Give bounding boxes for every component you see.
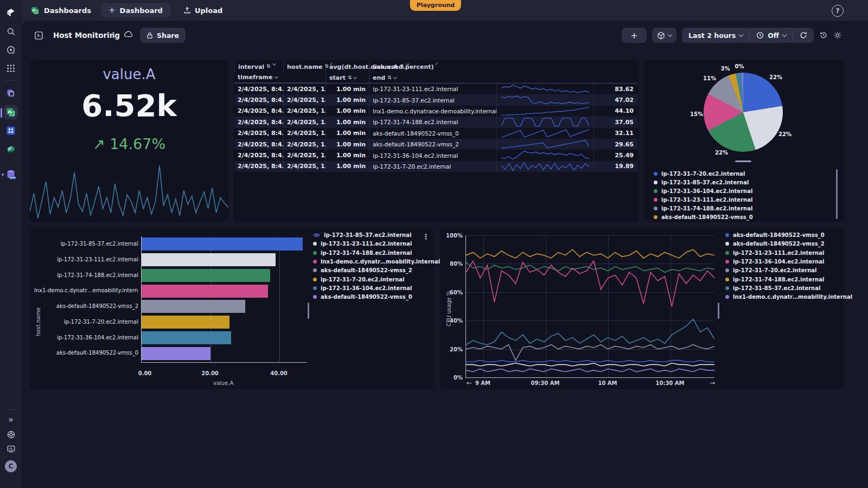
column-header-start[interactable]: start⇅ — [326, 72, 369, 83]
pan-left-arrow[interactable]: ← — [467, 379, 472, 387]
dynatrace-logo-icon[interactable] — [0, 4, 22, 21]
refresh-button[interactable] — [793, 28, 814, 43]
legend-item[interactable]: ip-172-31-36-104.ec2.internal — [313, 285, 412, 291]
environment-selector-button[interactable] — [652, 28, 676, 43]
column-header-end[interactable]: end⇅ — [369, 72, 496, 83]
bar[interactable] — [142, 269, 270, 282]
chart-scrollbar[interactable] — [718, 303, 719, 319]
x-tick: 9 AM — [475, 380, 490, 386]
bar[interactable] — [142, 331, 231, 344]
timeframe-selector[interactable]: Last 2 hours — [682, 28, 749, 43]
chevron-down-icon — [274, 75, 278, 79]
legend-item[interactable]: ip-172-31-7-20.ec2.internal — [313, 277, 404, 282]
tab-dashboard[interactable]: + Dashboard — [101, 3, 170, 17]
table-row[interactable]: 2/4/2025, 8:4…2/4/2025, 1…1.00 minaks-de… — [234, 128, 638, 139]
legend-item[interactable]: ip-172-31-85-37.ec2.internal — [725, 285, 820, 291]
table-row[interactable]: 2/4/2025, 8:4…2/4/2025, 1…1.00 minlnx1-d… — [234, 106, 638, 117]
column-header-interval[interactable]: interval⇅ — [234, 61, 283, 72]
column-header-timeframe[interactable]: timeframe — [234, 72, 326, 83]
dashboards-app-switcher[interactable]: Dashboards — [30, 6, 91, 15]
x-tick: 10 AM — [598, 380, 617, 386]
legend-item[interactable]: ip-172-31-74-188.ec2.internal — [313, 250, 412, 256]
table-row[interactable]: 2/4/2025, 8:4…2/4/2025, 1…1.00 minip-172… — [234, 117, 638, 127]
tile-menu-kebab-icon[interactable]: ⋮ — [422, 232, 430, 241]
bar[interactable] — [142, 316, 229, 329]
user-avatar[interactable]: C — [0, 458, 22, 474]
legend-item[interactable]: aks-default-18490522-vmss_2 — [313, 267, 412, 273]
legend-item[interactable]: ip-172-31-23-111.ec2.internal — [725, 250, 824, 256]
sidebar-item-storage-beta[interactable]: BETA — [0, 166, 22, 183]
sidebar-item-dashboards-active[interactable] — [0, 104, 22, 120]
app-grid-icon[interactable] — [0, 60, 22, 76]
single-value-tile[interactable]: value.A 6.52k ↗ 14.67% — [30, 60, 228, 222]
cpu-line-tile[interactable]: CPU usage % 100% 80% 60% 40% 20% 0% 9 AM… — [441, 228, 844, 389]
legend-item[interactable]: aks-default-18490522-vmss_2 — [725, 241, 825, 247]
bar-category-label: ip-172-31-74-188.ec2.internal — [34, 268, 138, 284]
legend-item[interactable]: ip-172-31-74-188.ec2.internal — [725, 277, 824, 282]
cloud-sync-icon[interactable] — [124, 30, 133, 38]
legend-item[interactable]: ip-172-31-36-104.ec2.internal — [654, 188, 752, 194]
table-row[interactable]: 2/4/2025, 8:4…2/4/2025, 1…1.00 minip-172… — [234, 150, 638, 160]
legend-item[interactable]: ip-172-31-23-111.ec2.internal — [313, 241, 412, 247]
bar[interactable] — [142, 237, 303, 251]
svg-text:BETA: BETA — [10, 177, 16, 179]
dashboard-menu-kebab-icon[interactable]: ⋮ — [110, 30, 117, 39]
host-pie-tile[interactable]: 22% 22% 22% 15% 11% 3% 0% ip-172-31-7-20… — [644, 60, 844, 222]
legend-item[interactable]: ip-172-31-7-20.ec2.internal — [654, 171, 745, 177]
dashboard-tile-icon[interactable] — [31, 28, 46, 42]
legend-dot — [725, 251, 729, 255]
sidebar-item-clouds[interactable] — [0, 85, 22, 101]
settings-gear-icon[interactable] — [833, 31, 842, 40]
bar[interactable] — [142, 300, 245, 313]
table-row[interactable]: 2/4/2025, 8:4…2/4/2025, 1…1.00 minaks-de… — [234, 139, 638, 150]
share-button[interactable]: Share — [140, 28, 186, 43]
legend-dot — [725, 233, 729, 237]
add-tile-button[interactable]: + — [622, 28, 647, 43]
value-bar-tile[interactable]: host.name ip-172-31-85-37.ec2.internal i… — [30, 228, 434, 389]
legend-item[interactable]: ip-172-31-23-111.ec2.internal — [654, 197, 752, 203]
auto-refresh-selector[interactable]: Off — [750, 28, 793, 43]
legend-item[interactable]: aks-default-18490522-vmss_0 — [313, 294, 412, 300]
playground-badge[interactable]: Playground — [410, 0, 461, 11]
help-lifebuoy-icon[interactable] — [0, 426, 22, 442]
legend-item[interactable]: ip-172-31-85-37.ec2.internal — [654, 179, 749, 185]
history-icon[interactable] — [819, 31, 828, 40]
column-header-host[interactable]: host.name⇅ — [283, 61, 326, 72]
legend-item[interactable]: lnx1-demo.c.dynatr…moability.internal — [313, 259, 440, 265]
table-row[interactable]: 2/4/2025, 8:4…2/4/2025, 1…1.00 minip-172… — [234, 161, 638, 172]
legend-item[interactable]: ip-172-31-85-37.ec2.internal — [313, 232, 411, 238]
pie-scroll-indicator[interactable] — [735, 160, 751, 162]
legend-item[interactable]: lnx1-demo.c.dynatr…moability.internal — [725, 294, 852, 300]
table-row[interactable]: 2/4/2025, 8:4…2/4/2025, 1…1.00 minip-172… — [234, 94, 638, 105]
visibility-eye-icon — [313, 233, 320, 237]
search-icon[interactable] — [0, 23, 22, 40]
host-table-tile[interactable]: timeframe interval⇅ host.name⇅ avg(dt.ho… — [233, 60, 639, 222]
table-header: timeframe interval⇅ host.name⇅ avg(dt.ho… — [234, 61, 638, 84]
bar[interactable] — [142, 285, 268, 298]
legend-item[interactable]: aks-default-18490522-vmss_0 — [654, 214, 753, 220]
sidebar-item-extensions[interactable] — [0, 123, 22, 139]
legend-item[interactable]: ip-172-31-7-20.ec2.internal — [725, 267, 816, 273]
gridline — [279, 236, 280, 362]
column-header-value[interactable]: value.A⇅ — [369, 61, 496, 72]
sidebar-divider — [4, 80, 17, 81]
legend-scrollbar[interactable] — [836, 169, 838, 219]
bar[interactable] — [142, 347, 210, 360]
whats-new-chart-icon[interactable] — [0, 441, 22, 457]
pie-chart[interactable] — [704, 73, 783, 152]
table-row[interactable]: 2/4/2025, 8:4…2/4/2025, 1…1.00 minip-172… — [234, 84, 638, 94]
sidebar-expand-icon[interactable]: » — [0, 411, 22, 427]
chart-scrollbar[interactable] — [308, 303, 309, 319]
davis-assistant-icon[interactable] — [0, 42, 22, 58]
upload-button[interactable]: Upload — [183, 7, 222, 15]
legend-item[interactable]: aks-default-18490522-vmss_0 — [725, 232, 825, 238]
legend-item[interactable]: ip-172-31-74-188.ec2.internal — [654, 206, 752, 211]
chevron-down-icon — [782, 32, 787, 36]
pie-slice-label: 22% — [778, 131, 792, 137]
legend-item[interactable]: ip-172-31-36-104.ec2.internal — [725, 259, 824, 265]
bar[interactable] — [142, 253, 276, 266]
y-tick: 40% — [450, 318, 463, 324]
help-icon[interactable]: ? — [832, 5, 844, 17]
pan-right-arrow[interactable]: → — [710, 379, 715, 387]
sidebar-item-kubernetes[interactable] — [0, 142, 22, 158]
